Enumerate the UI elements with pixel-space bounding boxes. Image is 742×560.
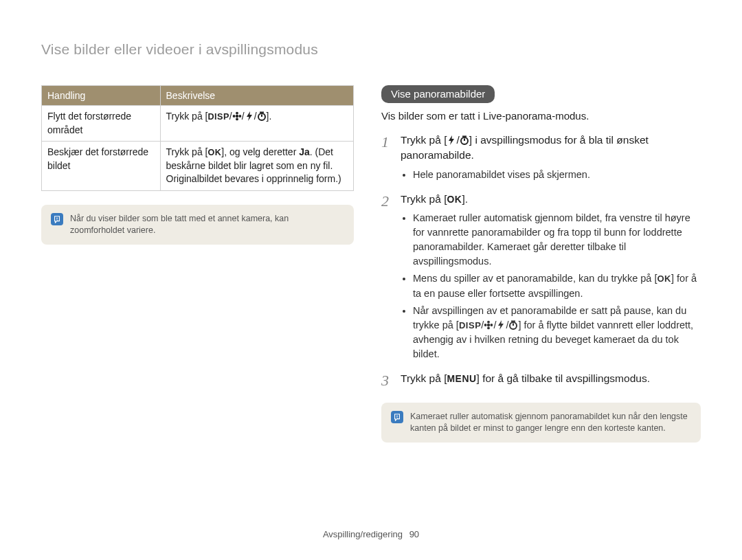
timer-icon — [508, 320, 518, 330]
timer-icon — [460, 135, 469, 145]
table-row: Flytt det forstørrede området Trykk på [… — [42, 106, 354, 142]
action-cell: Flytt det forstørrede området — [42, 106, 161, 142]
note-text: Kameraet ruller automatisk gjennom panor… — [410, 411, 691, 434]
step-1-sub-1: Hele panoramabildet vises på skjermen. — [413, 168, 701, 182]
step-2: Trykk på [OK]. Kameraet ruller automatis… — [381, 192, 701, 361]
ok-button-glyph: OK — [447, 192, 462, 206]
note-box-right: Kameraet ruller automatisk gjennom panor… — [381, 403, 701, 443]
flower-icon — [232, 111, 242, 121]
note-icon — [391, 411, 403, 423]
note-text: Når du viser bilder som ble tatt med et … — [70, 213, 344, 236]
section-badge: Vise panoramabilder — [381, 85, 495, 103]
action-cell: Beskjær det forstørrede bildet — [42, 142, 161, 191]
footer-section: Avspilling/redigering — [323, 529, 403, 539]
disp-button-glyph: DISP — [207, 111, 229, 124]
page-title: Vise bilder eller videoer i avspillingsm… — [41, 41, 701, 58]
menu-button-glyph: MENU — [447, 372, 476, 385]
step-2-sub-1: Kameraet ruller automatisk gjennom bilde… — [413, 211, 701, 269]
steps-list: Trykk på [/] i avspillingsmodus for å bl… — [381, 133, 701, 386]
desc-cell: Trykk på [DISP///]. — [160, 106, 353, 142]
flower-icon — [484, 320, 493, 330]
step-3: Trykk på [MENU] for å gå tilbake til avs… — [381, 371, 701, 386]
flash-icon — [496, 320, 506, 330]
table-row: Beskjær det forstørrede bildet Trykk på … — [42, 142, 354, 191]
page-footer: Avspilling/redigering 90 — [0, 529, 742, 539]
note-icon — [51, 213, 63, 225]
step-2-sub-3: Når avspillingen av et panoramabilde er … — [413, 304, 701, 361]
th-action: Handling — [42, 86, 161, 106]
flash-icon — [447, 135, 456, 145]
th-description: Beskrivelse — [160, 86, 353, 106]
step-2-sub-2: Mens du spiller av et panoramabilde, kan… — [413, 271, 701, 300]
note-box-left: Når du viser bilder som ble tatt med et … — [41, 205, 354, 245]
timer-icon — [257, 111, 267, 121]
ok-button-glyph: OK — [207, 147, 221, 159]
footer-page-number: 90 — [409, 529, 419, 539]
section-intro: Vis bilder som er tatt i Live-panorama-m… — [381, 110, 701, 122]
left-column: Handling Beskrivelse Flytt det forstørre… — [41, 85, 354, 443]
desc-cell: Trykk på [OK], og velg deretter Ja. (Det… — [160, 142, 353, 191]
actions-table: Handling Beskrivelse Flytt det forstørre… — [41, 85, 354, 191]
right-column: Vise panoramabilder Vis bilder som er ta… — [381, 85, 701, 443]
flash-icon — [245, 111, 254, 121]
step-1: Trykk på [/] i avspillingsmodus for å bl… — [381, 133, 701, 182]
